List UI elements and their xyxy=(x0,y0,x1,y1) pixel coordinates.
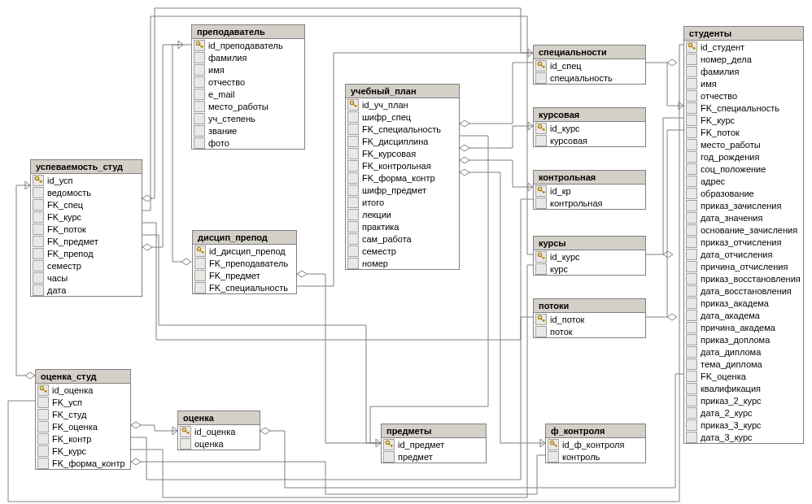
table-header[interactable]: курсовая xyxy=(534,108,645,122)
table-row[interactable]: FK_форма_контр xyxy=(36,457,130,469)
table-ocenka_stud[interactable]: оценка_студid_оценкаFK_успFK_студFK_оцен… xyxy=(35,369,131,470)
table-header[interactable]: успеваемость_студ xyxy=(31,160,142,174)
table-ocenka[interactable]: оценкаid_оценкаоценка xyxy=(177,411,260,450)
table-row[interactable]: причина_отчисления xyxy=(684,260,803,272)
table-row[interactable]: основание_зачисления xyxy=(684,224,803,236)
table-row[interactable]: FK_предмет xyxy=(31,235,142,247)
table-row[interactable]: id_усп xyxy=(31,174,142,186)
table-row[interactable]: приказ_восстановления xyxy=(684,272,803,285)
table-row[interactable]: поток xyxy=(534,325,645,337)
table-row[interactable]: ведомость xyxy=(31,186,142,198)
table-potoki[interactable]: потокиid_потокпоток xyxy=(533,298,646,338)
table-f_kontrolya[interactable]: ф_контроляid_ф_контроляконтроль xyxy=(545,424,646,463)
table-row[interactable]: специальность xyxy=(534,72,645,84)
table-row[interactable]: FK_дисциплина xyxy=(346,135,459,147)
table-row[interactable]: соц_положение xyxy=(684,163,803,175)
table-row[interactable]: отчество xyxy=(684,89,803,102)
table-row[interactable]: FK_спец xyxy=(31,198,142,211)
table-row[interactable]: номер xyxy=(346,257,459,269)
table-row[interactable]: приказ_академа xyxy=(684,297,803,309)
table-row[interactable]: FK_курс xyxy=(36,445,130,457)
table-row[interactable]: курс xyxy=(534,263,645,275)
table-row[interactable]: FK_преподаватель xyxy=(193,257,296,269)
table-row[interactable]: отчество xyxy=(192,76,304,88)
table-header[interactable]: контрольная xyxy=(534,171,645,185)
table-row[interactable]: квалификация xyxy=(684,382,803,394)
table-header[interactable]: студенты xyxy=(684,27,803,41)
table-row[interactable]: FK_усп xyxy=(36,396,130,408)
table-row[interactable]: id_оценка xyxy=(178,425,260,437)
table-row[interactable]: FK_контрольная xyxy=(346,159,459,172)
table-row[interactable]: образование xyxy=(684,187,803,199)
table-row[interactable]: шифр_предмет xyxy=(346,184,459,196)
table-row[interactable]: приказ_2_курс xyxy=(684,394,803,406)
table-row[interactable]: FK_контр xyxy=(36,432,130,445)
table-row[interactable]: FK_поток xyxy=(31,223,142,235)
table-row[interactable]: FK_студ xyxy=(36,408,130,420)
table-row[interactable]: id_уч_план xyxy=(346,98,459,111)
table-row[interactable]: id_поток xyxy=(534,313,645,325)
table-row[interactable]: приказ_доплома xyxy=(684,333,803,345)
table-row[interactable]: год_рождения xyxy=(684,150,803,163)
table-row[interactable]: дата_отчисления xyxy=(684,248,803,260)
table-header[interactable]: оценка_студ xyxy=(36,370,130,384)
table-row[interactable]: FK_курс xyxy=(684,114,803,126)
table-row[interactable]: семестр xyxy=(31,259,142,272)
table-row[interactable]: место_работы xyxy=(684,138,803,150)
table-row[interactable]: уч_степень xyxy=(192,112,304,124)
table-row[interactable]: семестр xyxy=(346,245,459,257)
table-row[interactable]: FK_оценка xyxy=(684,370,803,382)
table-row[interactable]: сам_работа xyxy=(346,232,459,245)
table-row[interactable]: FK_препод xyxy=(31,247,142,259)
table-row[interactable]: приказ_зачисления xyxy=(684,199,803,211)
table-row[interactable]: место_работы xyxy=(192,100,304,112)
table-row[interactable]: адрес xyxy=(684,175,803,187)
table-row[interactable]: id_студент xyxy=(684,41,803,53)
table-row[interactable]: дата_3_курс xyxy=(684,431,803,443)
table-row[interactable]: курсовая xyxy=(534,134,645,146)
table-row[interactable]: id_оценка xyxy=(36,384,130,396)
table-row[interactable]: FK_курсовая xyxy=(346,147,459,159)
table-row[interactable]: номер_дела xyxy=(684,53,803,65)
table-row[interactable]: оценка xyxy=(178,437,260,450)
table-row[interactable]: приказ_отчисления xyxy=(684,236,803,248)
table-kursy[interactable]: курсыid_курскурс xyxy=(533,236,646,276)
table-row[interactable]: имя xyxy=(684,77,803,89)
table-row[interactable]: дата xyxy=(31,284,142,296)
table-row[interactable]: id_спец xyxy=(534,59,645,72)
table-row[interactable]: FK_форма_контр xyxy=(346,172,459,184)
table-row[interactable]: id_предмет xyxy=(382,438,486,450)
table-row[interactable]: FK_поток xyxy=(684,126,803,138)
table-row[interactable]: тема_диплома xyxy=(684,358,803,370)
table-row[interactable]: FK_предмет xyxy=(193,269,296,281)
table-row[interactable]: дата_академа xyxy=(684,309,803,321)
table-row[interactable]: FK_курс xyxy=(31,211,142,223)
table-header[interactable]: специальности xyxy=(534,46,645,59)
table-uspevaemost[interactable]: успеваемость_студid_успведомостьFK_спецF… xyxy=(30,159,142,297)
table-special[interactable]: специальностиid_спецспециальность xyxy=(533,45,646,85)
table-row[interactable]: FK_специальность xyxy=(346,123,459,135)
table-row[interactable]: практика xyxy=(346,220,459,232)
table-row[interactable]: звание xyxy=(192,124,304,137)
table-row[interactable]: дата_значения xyxy=(684,211,803,224)
table-kursovaya[interactable]: курсоваяid_курскурсовая xyxy=(533,107,646,147)
table-row[interactable]: FK_специальность xyxy=(193,281,296,293)
table-header[interactable]: дисцип_препод xyxy=(193,231,296,245)
table-row[interactable]: дата_восстановления xyxy=(684,285,803,297)
table-header[interactable]: учебный_план xyxy=(346,85,459,98)
table-row[interactable]: id_дисцип_препод xyxy=(193,245,296,257)
table-row[interactable]: шифр_спец xyxy=(346,111,459,123)
table-header[interactable]: преподаватель xyxy=(192,25,304,39)
table-row[interactable]: FK_специальность xyxy=(684,102,803,114)
table-kontrolnaya[interactable]: контрольнаяid_крконтрольная xyxy=(533,170,646,210)
table-row[interactable]: приказ_3_курс xyxy=(684,419,803,431)
table-header[interactable]: курсы xyxy=(534,237,645,250)
table-row[interactable]: фамилия xyxy=(684,65,803,77)
table-row[interactable]: фото xyxy=(192,137,304,149)
table-row[interactable]: id_кр xyxy=(534,185,645,197)
table-row[interactable]: id_ф_контроля xyxy=(546,438,645,450)
table-row[interactable]: фамилия xyxy=(192,51,304,63)
table-row[interactable]: дата_диплома xyxy=(684,345,803,358)
table-row[interactable]: предмет xyxy=(382,450,486,463)
table-header[interactable]: оценка xyxy=(178,411,260,425)
